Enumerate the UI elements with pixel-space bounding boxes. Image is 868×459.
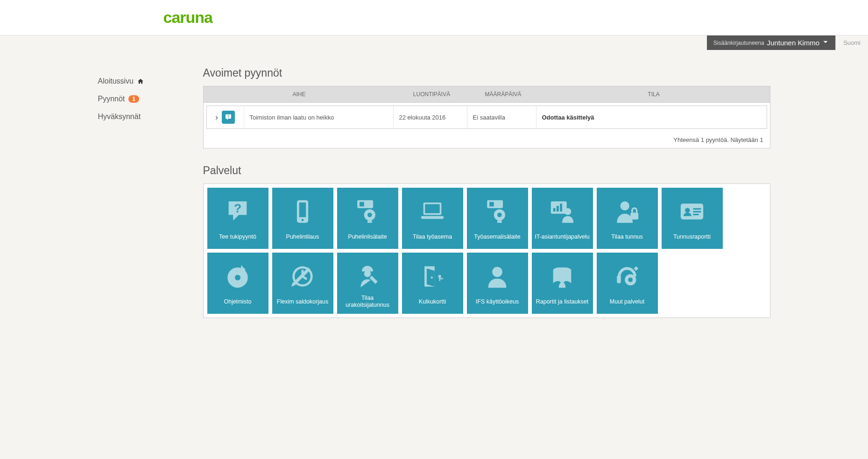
service-tile-contractor[interactable]: Tilaa urakoitsijatunnus <box>337 253 398 314</box>
service-tile-label: Puhelinlisälaite <box>348 230 387 244</box>
open-requests-heading: Avoimet pyynnöt <box>203 67 770 79</box>
svg-point-16 <box>497 212 502 217</box>
user-prefix-label: Sisäänkirjautuneena <box>713 40 764 46</box>
service-tile-label: Tee tukipyyntö <box>219 230 256 244</box>
service-tile-label: Ohjelmisto <box>224 295 251 309</box>
svg-point-41 <box>558 275 566 282</box>
svg-rect-20 <box>557 205 559 211</box>
service-tile-phone[interactable]: Puhelintilaus <box>272 188 333 249</box>
door-icon <box>419 257 446 295</box>
requests-badge: 1 <box>128 95 139 103</box>
svg-text:?: ? <box>227 114 230 119</box>
service-tile-question[interactable]: ?Tee tukipyyntö <box>207 188 268 249</box>
service-tile-consult[interactable]: IT-asiantuntijapalvelu <box>532 188 593 249</box>
user-menu[interactable]: Sisäänkirjautuneena Juntunen Kimmo <box>707 35 835 50</box>
svg-rect-38 <box>439 277 440 281</box>
headset-icon <box>614 257 641 295</box>
svg-rect-12 <box>421 216 444 219</box>
language-selector[interactable]: Suomi <box>835 35 868 50</box>
svg-rect-3 <box>299 202 306 217</box>
open-requests-table: AIHE LUONTIPÄIVÄ MÄÄRÄPÄIVÄ TILA › ? Toi… <box>203 86 770 148</box>
service-tile-laptop[interactable]: Tilaa työasema <box>402 188 463 249</box>
svg-point-44 <box>628 277 633 282</box>
consult-icon <box>549 192 576 230</box>
service-tile-label: Tilaa työasema <box>413 230 452 244</box>
col-subject-header: AIHE <box>204 86 395 102</box>
expand-row-icon[interactable]: › <box>215 113 218 122</box>
service-tile-clock[interactable]: Flexim saldokorjaus <box>272 253 333 314</box>
home-icon <box>137 78 144 85</box>
service-tile-label: Flexim saldokorjaus <box>277 295 328 309</box>
service-tile-label: Tunnusraportti <box>673 230 711 244</box>
service-tile-label: Muut palvelut <box>610 295 644 309</box>
service-tile-user[interactable]: IFS käyttöoikeus <box>467 253 528 314</box>
svg-point-36 <box>431 276 433 278</box>
clock-icon <box>289 257 316 295</box>
question-icon: ? <box>224 192 251 230</box>
svg-rect-9 <box>367 220 372 223</box>
sidebar-item-home[interactable]: Aloitussivu <box>98 72 203 90</box>
report-icon <box>549 257 576 295</box>
service-tile-webcam[interactable]: Työasemalisälaite <box>467 188 528 249</box>
sidebar-requests-label: Pyynnöt <box>98 95 125 103</box>
disc-icon <box>224 257 251 295</box>
service-tile-label: Tilaa urakoitsijatunnus <box>339 295 396 309</box>
userlock-icon <box>614 192 641 230</box>
service-tile-label: Raportit ja listaukset <box>536 295 589 309</box>
sidebar-approvals-label: Hyväksynnät <box>98 113 141 121</box>
webcam-icon <box>354 192 381 230</box>
svg-point-40 <box>492 267 502 277</box>
sidebar-item-approvals[interactable]: Hyväksynnät <box>98 108 203 126</box>
svg-point-37 <box>438 275 441 277</box>
svg-rect-6 <box>360 202 364 206</box>
svg-rect-39 <box>440 278 443 279</box>
service-tile-label: IT-asiantuntijapalvelu <box>535 230 589 244</box>
service-tile-userlock[interactable]: Tilaa tunnus <box>597 188 658 249</box>
service-tile-label: Tilaa tunnus <box>611 230 643 244</box>
services-heading: Palvelut <box>203 164 770 177</box>
service-tile-webcam[interactable]: Puhelinlisälaite <box>337 188 398 249</box>
col-due-header: MÄÄRÄPÄIVÄ <box>469 86 538 102</box>
svg-rect-27 <box>693 208 701 209</box>
idcard-icon <box>678 192 706 230</box>
brand-logo[interactable]: caruna <box>163 8 770 27</box>
svg-rect-17 <box>497 220 502 223</box>
service-tile-idcard[interactable]: Tunnusraportti <box>662 188 723 249</box>
svg-text:?: ? <box>234 201 241 215</box>
svg-rect-29 <box>693 213 699 215</box>
user-icon <box>484 257 511 295</box>
service-tile-label: Työasemalisälaite <box>474 230 520 244</box>
service-tile-disc[interactable]: Ohjelmisto <box>207 253 268 314</box>
sidebar-item-requests[interactable]: Pyynnöt 1 <box>98 90 203 108</box>
sidebar-home-label: Aloitussivu <box>98 77 134 85</box>
services-grid: ?Tee tukipyyntöPuhelintilausPuhelinlisäl… <box>203 184 770 318</box>
webcam-icon <box>484 192 511 230</box>
chevron-down-icon <box>822 39 829 47</box>
requests-footer-label: Yhteensä 1 pyyntöä. Näytetään 1 <box>204 132 770 148</box>
phone-icon <box>289 192 316 230</box>
svg-rect-14 <box>489 202 494 206</box>
svg-rect-42 <box>617 275 621 283</box>
service-tile-door[interactable]: Kulkukortti <box>402 253 463 314</box>
svg-rect-28 <box>693 211 701 212</box>
service-tile-label: IFS käyttöoikeus <box>476 295 519 309</box>
svg-point-23 <box>621 201 629 210</box>
svg-point-22 <box>565 208 572 215</box>
svg-point-34 <box>364 270 371 277</box>
user-name-label: Juntunen Kimmo <box>767 39 820 47</box>
request-status-cell: Odottaa käsittelyä <box>536 106 767 128</box>
col-status-header: TILA <box>538 86 770 102</box>
svg-rect-21 <box>560 204 562 212</box>
service-tile-headset[interactable]: Muut palvelut <box>597 253 658 314</box>
service-tile-report[interactable]: Raportit ja listaukset <box>532 253 593 314</box>
service-tile-label: Puhelintilaus <box>286 230 319 244</box>
svg-point-26 <box>685 208 690 213</box>
contractor-icon <box>354 257 381 295</box>
request-due-cell: Ei saatavilla <box>467 106 536 128</box>
svg-rect-19 <box>553 208 556 211</box>
request-row[interactable]: › ? Toimiston ilman laatu on heikko 22 e… <box>206 106 767 129</box>
request-type-icon: ? <box>222 111 235 124</box>
laptop-icon <box>419 192 446 230</box>
request-subject-cell: Toimiston ilman laatu on heikko <box>244 106 394 128</box>
svg-point-4 <box>302 219 304 221</box>
